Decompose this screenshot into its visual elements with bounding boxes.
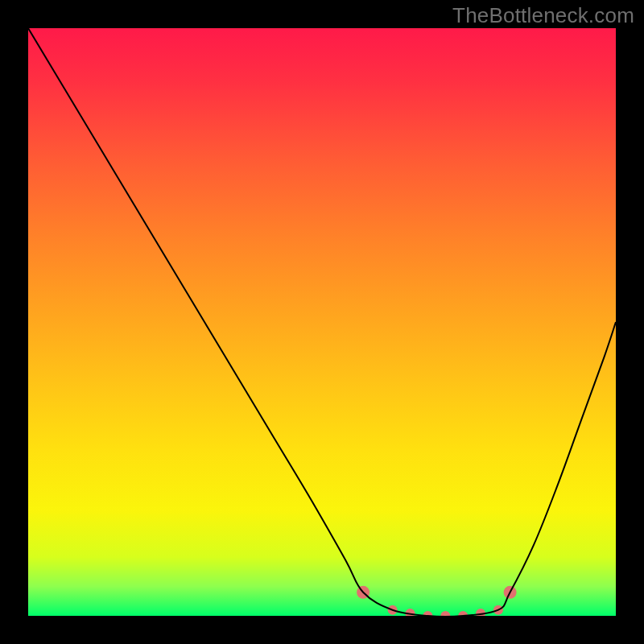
- chart-svg: [28, 28, 616, 616]
- chart-frame: TheBottleneck.com: [0, 0, 644, 644]
- watermark-label: TheBottleneck.com: [452, 3, 634, 28]
- plot-area: [28, 28, 616, 616]
- gradient-background: [28, 28, 616, 616]
